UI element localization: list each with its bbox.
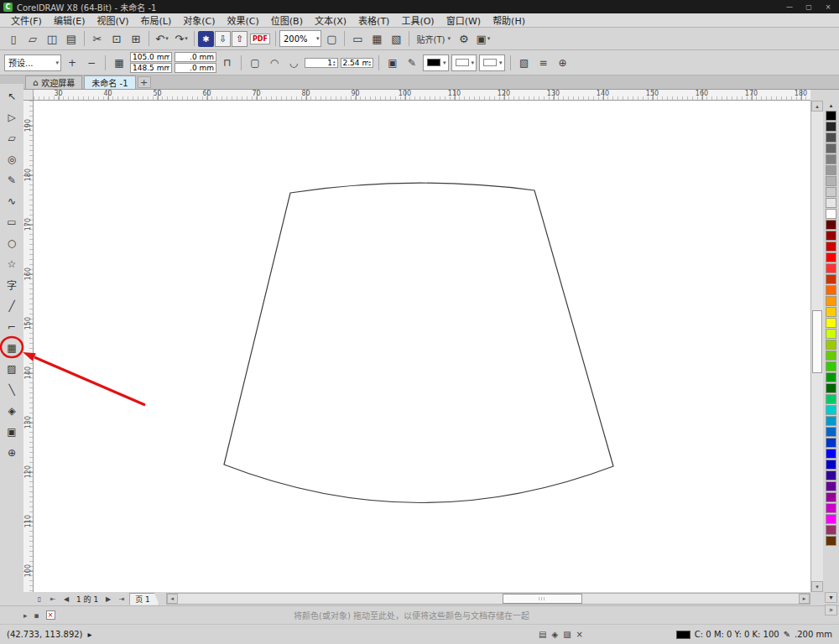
color-swatch[interactable] [826,449,836,459]
print-button[interactable]: ▤ [62,29,81,48]
last-page-button[interactable]: ⇥ [116,593,128,605]
save-button[interactable]: ◫ [43,29,61,48]
rectangle-tool[interactable]: ▭ [2,211,22,232]
copy-button[interactable]: ⊡ [107,29,126,48]
position-x-input[interactable] [133,53,169,61]
shape-tool[interactable]: ▷ [2,106,22,127]
corner-scallop-button[interactable]: ◡ [285,55,302,71]
color-swatch[interactable] [826,176,836,186]
color-swatch[interactable] [826,274,836,284]
mesh-fill-tool[interactable]: ▦ [2,337,22,358]
position-y-field[interactable] [130,63,172,73]
menu-item[interactable]: 表格(T) [352,13,395,27]
color-swatch[interactable] [826,187,836,197]
text-tool[interactable]: 字 [2,274,22,295]
spinner-icon[interactable]: ▴▾ [369,60,372,66]
color-swatch[interactable] [826,470,836,480]
minimize-button[interactable]: — [782,2,797,13]
color-swatch[interactable] [826,460,836,470]
drawing-canvas[interactable] [34,101,810,592]
zoom-level-combo[interactable]: ▾ [279,30,322,47]
menu-item[interactable]: 文件(F) [5,13,48,27]
first-page-button[interactable]: ⇤ [47,593,59,605]
position-y-input[interactable] [133,64,169,72]
previous-page-button[interactable]: ◀ [60,593,72,605]
outline-width-dropdown[interactable]: ▾ [479,55,505,71]
cut-button[interactable]: ✂ [88,29,107,48]
next-page-button[interactable]: ▶ [102,593,114,605]
color-swatch[interactable] [826,427,836,437]
crop-tool[interactable]: ▱ [2,127,22,148]
color-swatch[interactable] [826,143,836,153]
tab-welcome-screen[interactable]: ⌂ 欢迎屏幕 [25,75,82,89]
color-swatch[interactable] [826,220,836,230]
fullscreen-preview-button[interactable]: ▢ [322,29,341,48]
search-content-button[interactable]: ✱ [198,31,214,47]
zoom-tool[interactable]: ◎ [2,148,22,169]
add-preset-button[interactable]: + [64,55,81,71]
color-swatch[interactable] [826,525,836,535]
vertical-scrollbar[interactable]: ▴ ▾ [810,101,823,592]
polygon-tool[interactable]: ☆ [2,253,22,274]
color-swatch[interactable] [826,296,836,306]
color-swatch[interactable] [826,231,836,241]
corner-square-button[interactable]: ▢ [247,55,263,71]
show-guidelines-button[interactable]: ▧ [387,29,405,48]
ruler-origin-corner[interactable] [23,90,34,101]
color-swatch[interactable] [826,438,836,448]
color-swatch[interactable] [826,198,836,208]
snap-to-dropdown[interactable]: 贴齐(T) ▾ [413,29,453,48]
menu-item[interactable]: 布局(L) [135,13,178,27]
application-launcher-dropdown[interactable]: ▣ ▾ [474,29,492,48]
connector-tool[interactable]: ⌐ [2,316,22,337]
color-swatch[interactable] [826,252,836,262]
align-button[interactable]: ≡ [535,55,552,71]
color-swatch[interactable] [826,394,836,404]
color-swatch[interactable] [826,481,836,491]
size-height-input[interactable] [177,64,214,72]
color-eyedropper-tool[interactable]: ╲ [2,379,22,400]
lock-ratio-button[interactable]: ⊓ [219,55,236,71]
expand-arrow-icon[interactable]: ▸ [23,611,28,620]
text-frame-button[interactable]: ▣ [384,55,401,71]
outline-pen-button[interactable]: ✎ [404,55,420,71]
color-swatch[interactable] [826,132,836,143]
color-swatch[interactable] [826,383,836,393]
import-button[interactable]: ⇩ [215,31,231,47]
color-swatch[interactable] [826,351,836,361]
options-button[interactable]: ⚙ [455,29,473,48]
scroll-left-arrow[interactable]: ◂ [167,594,178,604]
color-swatch[interactable] [826,405,836,415]
palette-scroll-up-arrow[interactable]: ▴ [823,101,839,111]
chevron-down-icon[interactable]: ▾ [316,35,320,42]
more-options-button[interactable]: ⊕ [555,55,571,71]
new-document-button[interactable]: ▯ [4,29,23,48]
color-swatch[interactable] [826,122,836,132]
horizontal-scrollbar[interactable]: ◂ ▸ [166,593,810,605]
artistic-media-tool[interactable]: ∿ [2,190,22,211]
color-swatch[interactable] [826,372,836,382]
color-swatch[interactable] [826,154,836,164]
coords-expand-icon[interactable]: ▸ [88,630,92,639]
color-swatch[interactable] [826,536,836,546]
preset-dropdown[interactable]: 预设... ▾ [4,55,61,71]
show-rulers-button[interactable]: ▭ [348,29,367,48]
color-swatch[interactable] [826,263,836,273]
menu-item[interactable]: 工具(O) [395,13,440,27]
position-x-field[interactable] [130,52,172,62]
maximize-button[interactable]: ▢ [801,2,816,13]
page-tab[interactable]: 页 1 [129,593,159,605]
scale-field[interactable]: ▴▾ [305,58,338,68]
ellipse-tool[interactable]: ○ [2,232,22,253]
new-document-tab-button[interactable]: + [138,76,151,88]
wrap-text-button[interactable]: ▧ [516,55,533,71]
color-swatch[interactable] [826,514,836,524]
menu-item[interactable]: 位图(B) [265,13,309,27]
palette-scroll-down-arrow[interactable]: ▾ [825,592,837,603]
color-swatch[interactable] [826,111,836,121]
color-swatch[interactable] [826,492,836,502]
pick-tool[interactable]: ↖ [2,86,22,106]
freehand-tool[interactable]: ✎ [2,169,22,190]
color-swatch[interactable] [826,318,836,328]
show-grid-button[interactable]: ▦ [367,29,386,48]
